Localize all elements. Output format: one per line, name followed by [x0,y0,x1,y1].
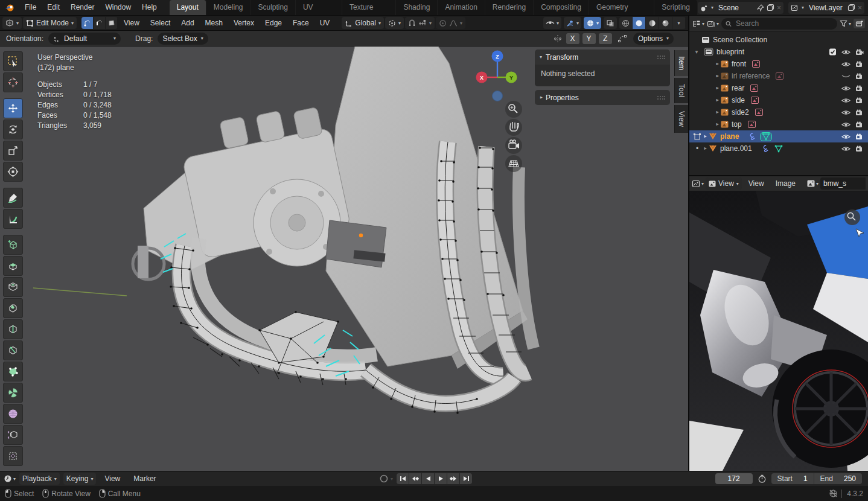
jump-to-start-button[interactable] [397,473,409,484]
tool-scale-button[interactable] [3,141,23,161]
image-browse-button[interactable]: ▾ [807,180,819,187]
outliner-row-front[interactable]: ▾ front [689,58,868,70]
outliner-row-scene-collection[interactable]: Scene Collection [689,34,868,46]
expand-icon[interactable]: ▾ [693,49,700,55]
next-keyframe-button[interactable] [447,473,459,484]
tool-inset-faces-button[interactable] [3,277,23,297]
search-input[interactable] [735,19,833,28]
reference-photo[interactable] [689,191,868,471]
auto-keying-button[interactable]: ▾ [379,474,393,483]
gizmos-toggle[interactable]: ▾ [564,17,581,29]
hide-eye-icon[interactable] [841,145,850,152]
menu-mesh[interactable]: Mesh [200,16,228,30]
scene-name[interactable]: Scene [716,4,755,12]
workspace-tab-layout[interactable]: Layout [170,0,206,15]
workspace-tab-animation[interactable]: Animation [438,0,485,15]
start-frame-field[interactable]: Start 1 [771,473,814,484]
outliner-row-plane[interactable]: ▾ plane [689,130,868,142]
exclude-checkbox[interactable] [829,48,837,56]
camera-view-button[interactable] [505,137,522,154]
previous-keyframe-button[interactable] [409,473,421,484]
viewlayer-browse-icon[interactable] [791,4,799,12]
workspace-tab-rendering[interactable]: Rendering [485,0,534,15]
outliner-row-rear[interactable]: ▾ rear [689,82,868,94]
tool-cursor-button[interactable] [3,72,23,92]
tool-select-box-button[interactable] [3,51,23,71]
hide-eye-icon[interactable] [841,85,850,92]
expand-icon[interactable]: ▾ [714,60,720,68]
disable-render-camera-icon[interactable] [855,61,864,68]
shading-material-button[interactable] [646,17,659,29]
menu-render[interactable]: Render [65,0,100,15]
xray-toggle[interactable] [604,17,617,29]
workspace-tab-uv-editing[interactable]: UV Editing [296,0,342,15]
tool-spin-button[interactable] [3,383,23,403]
expand-icon[interactable]: ▾ [714,109,720,116]
menu-view[interactable]: View [100,471,125,486]
tool-transform-button[interactable] [3,162,23,182]
transform-panel-header[interactable]: ▾ Transform [535,49,670,65]
mirror-z-button[interactable]: Z [599,33,612,44]
outliner-display-mode-button[interactable]: ▾ [707,20,719,28]
workspace-tab-texture-paint[interactable]: Texture Paint [342,0,396,15]
tool-edge-slide-button[interactable] [3,425,23,445]
workspace-tab-sculpting[interactable]: Sculpting [251,0,296,15]
menu-edge[interactable]: Edge [260,16,287,30]
tool-annotate-button[interactable] [3,188,23,208]
keying-dropdown[interactable]: Keying▾ [63,473,97,485]
snap-base-icon[interactable] [617,34,628,43]
outliner-row-irl-reference[interactable]: ▾ irl reference [689,70,868,82]
shading-rendered-button[interactable] [659,17,672,29]
edge-select-button[interactable] [94,17,106,29]
properties-panel-header[interactable]: ▾ Properties [535,90,670,105]
workspace-tab-geometry-nodes[interactable]: Geometry Nodes [589,0,654,15]
menu-add[interactable]: Add [176,16,199,30]
hide-eye-icon[interactable] [841,61,850,68]
menu-image[interactable]: Image [771,176,800,191]
image-name-field[interactable]: bmw_s [820,177,866,190]
hide-eye-icon[interactable] [841,97,850,104]
timeline-editor-type-button[interactable]: ▾ [4,474,16,483]
use-preview-range-icon[interactable] [758,474,767,483]
disable-render-camera-icon[interactable] [855,121,864,128]
mode-selector[interactable]: Edit Mode ▾ [23,17,77,29]
mirror-y-button[interactable]: Y [582,33,596,44]
expand-icon[interactable]: ▾ [702,145,708,152]
menu-select[interactable]: Select [145,16,175,30]
disable-render-camera-icon[interactable] [855,73,864,80]
expand-icon[interactable]: ▾ [714,121,720,128]
scene-selector[interactable]: ▾ Scene × [698,2,783,14]
menu-face[interactable]: Face [288,16,314,30]
menu-file[interactable]: File [19,0,42,15]
disable-render-camera-icon[interactable] [855,85,864,92]
tool-move-button[interactable] [3,98,23,118]
outliner-row-top[interactable]: ▾ top [689,118,868,130]
tool-bevel-button[interactable] [3,298,23,318]
tool-extrude-region-button[interactable] [3,256,23,276]
tool-add-cube-button[interactable] [3,235,23,255]
hide-eye-icon[interactable] [841,133,850,140]
snap-group[interactable]: ▾ [405,17,435,29]
filter-button[interactable]: ▾ [840,20,851,27]
disable-render-camera-icon[interactable] [855,145,864,152]
expand-icon[interactable]: ▾ [714,97,720,104]
image-editor-type-button[interactable]: ▾ [692,180,704,188]
shading-options-dropdown[interactable]: ▾ [672,17,686,29]
workspace-tab-shading[interactable]: Shading [396,0,438,15]
menu-help[interactable]: Help [136,0,162,15]
hide-eye-icon[interactable] [841,49,850,56]
workspace-tab-compositing[interactable]: Compositing [534,0,589,15]
menu-edit[interactable]: Edit [42,0,65,15]
outliner-row-side2[interactable]: ▾ side2 [689,106,868,118]
menu-uv[interactable]: UV [315,16,335,30]
disable-render-camera-icon[interactable] [855,97,864,104]
disable-render-camera-icon[interactable] [855,109,864,116]
end-frame-field[interactable]: End 250 [814,473,862,484]
play-button[interactable] [435,473,447,484]
playback-dropdown[interactable]: Playback▾ [19,473,60,485]
tool-measure-button[interactable] [3,209,23,229]
tool-loop-cut-button[interactable] [3,319,23,339]
tool-shrink-fatten-button[interactable] [3,446,23,466]
outliner-row-plane-001[interactable]: • ▾ plane.001 [689,142,868,155]
menu-view[interactable]: View [119,16,144,30]
